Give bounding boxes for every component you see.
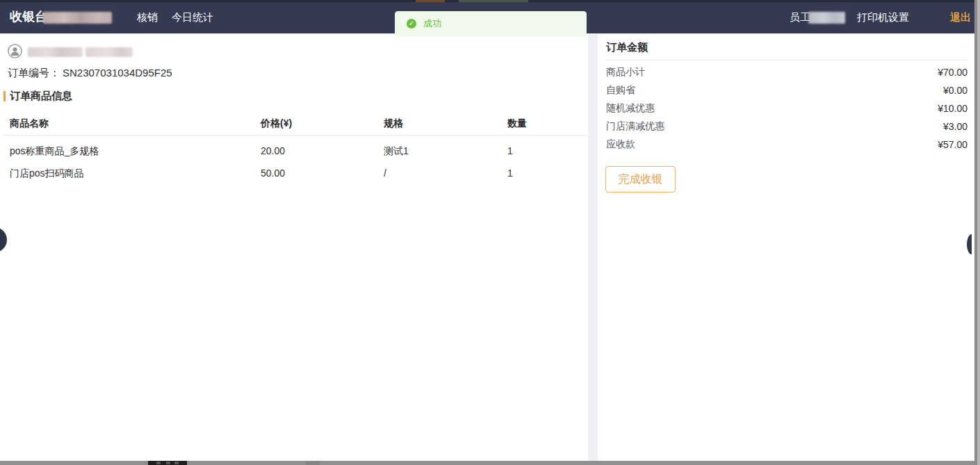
top-edge-artifact <box>0 0 974 2</box>
nav-item-verify[interactable]: 核销 <box>137 0 158 34</box>
cell-product-name: 门店pos扫码商品 <box>10 162 84 184</box>
summary-value: ¥57.00 <box>938 139 967 150</box>
table-row: 门店pos扫码商品 50.00 / 1 <box>0 162 588 184</box>
order-items-section-header: 订单商品信息 <box>3 90 72 101</box>
logout-button[interactable]: 退出 <box>950 0 971 34</box>
redacted-customer-name <box>28 47 83 57</box>
order-number-row: 订单编号：SN2307031034D95F25 <box>8 67 172 80</box>
summary-separator <box>606 60 967 60</box>
table-row: pos称重商品_多规格 20.00 测试1 1 <box>0 140 588 162</box>
order-amount-panel: 订单金额 商品小计 ¥70.00 自购省 ¥0.00 随机减优惠 ¥10.00 … <box>598 35 974 461</box>
summary-value: ¥0.00 <box>943 85 967 96</box>
header-product-name: 商品名称 <box>10 111 49 135</box>
summary-value: ¥3.00 <box>943 121 967 132</box>
toast-message: 成功 <box>423 17 441 30</box>
nav-item-today-stats[interactable]: 今日统计 <box>172 0 213 34</box>
top-edge-orange-sliver <box>416 0 445 2</box>
section-accent-bar <box>3 91 6 101</box>
printer-settings-button[interactable]: 打印机设置 <box>857 0 909 34</box>
order-number-label: 订单编号： <box>8 67 60 79</box>
summary-row-subtotal: 商品小计 ¥70.00 <box>606 63 967 81</box>
cell-quantity: 1 <box>507 162 513 184</box>
summary-value: ¥10.00 <box>938 103 967 114</box>
cell-price: 20.00 <box>261 140 285 162</box>
section-title: 订单商品信息 <box>10 90 72 103</box>
summary-row-receivable: 应收款 ¥57.00 <box>606 136 967 154</box>
panel-divider <box>588 35 598 461</box>
window-bottom-border <box>0 461 974 465</box>
summary-value: ¥70.00 <box>938 67 967 78</box>
product-table: 商品名称 价格(¥) 规格 数量 pos称重商品_多规格 20.00 测试1 1… <box>0 111 588 184</box>
pos-window: 收银台 核销 今日统计 员工： 打印机设置 退出 ✓ 成功 订单编号：SN230… <box>0 0 980 465</box>
summary-label: 门店满减优惠 <box>606 120 664 133</box>
taskbar-sliver <box>148 461 187 465</box>
header-separator <box>3 135 587 136</box>
summary-row-self-purchase-saving: 自购省 ¥0.00 <box>606 81 967 99</box>
redacted-customer-phone <box>85 47 133 57</box>
summary-title: 订单金额 <box>606 41 648 54</box>
summary-row-random-discount: 随机减优惠 ¥10.00 <box>606 99 967 117</box>
taskbar-dim-sliver <box>306 461 320 465</box>
summary-label: 随机减优惠 <box>606 102 655 115</box>
cell-quantity: 1 <box>507 140 513 162</box>
header-price: 价格(¥) <box>261 111 292 135</box>
complete-checkout-button[interactable]: 完成收银 <box>605 166 676 193</box>
redacted-employee-name <box>808 12 845 24</box>
summary-label: 应收款 <box>606 138 635 151</box>
summary-rows: 商品小计 ¥70.00 自购省 ¥0.00 随机减优惠 ¥10.00 门店满减优… <box>606 63 967 154</box>
cell-product-name: pos称重商品_多规格 <box>10 140 99 162</box>
cell-spec: 测试1 <box>384 140 409 162</box>
app-title: 收银台 <box>10 0 47 34</box>
customer-avatar-icon <box>8 44 22 58</box>
summary-label: 自购省 <box>606 84 635 97</box>
window-right-border <box>974 0 980 465</box>
redacted-store-name <box>43 12 112 24</box>
cell-price: 50.00 <box>261 162 285 184</box>
cell-spec: / <box>384 162 386 184</box>
summary-label: 商品小计 <box>606 66 645 79</box>
order-number-value: SN2307031034D95F25 <box>63 67 172 79</box>
header-quantity: 数量 <box>507 111 527 135</box>
header-spec: 规格 <box>384 111 403 135</box>
summary-row-store-discount: 门店满减优惠 ¥3.00 <box>606 117 967 136</box>
order-detail-panel: 订单编号：SN2307031034D95F25 订单商品信息 商品名称 价格(¥… <box>0 35 588 461</box>
top-edge-green-sliver <box>459 0 528 2</box>
success-toast: ✓ 成功 <box>395 11 587 36</box>
product-table-header: 商品名称 价格(¥) 规格 数量 <box>0 111 588 135</box>
success-check-icon: ✓ <box>407 19 416 28</box>
right-drawer-handle[interactable] <box>967 234 972 254</box>
